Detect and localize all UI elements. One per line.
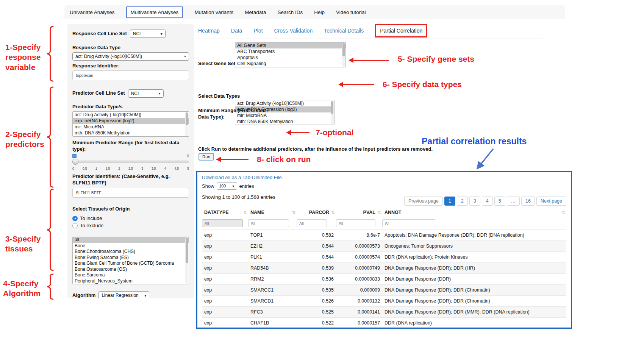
listbox-option[interactable]: Peripheral_Nervous_System <box>73 278 189 284</box>
page-number-button[interactable]: 4 <box>482 197 493 206</box>
cell-parcor: 0.536 <box>297 274 336 285</box>
predictor-data-types-listbox[interactable]: act: Drug Activity (-log10[IC50M]) exp: … <box>72 111 189 137</box>
tab[interactable]: Technical Details <box>324 28 364 34</box>
predictor-identifiers-input[interactable] <box>72 188 189 198</box>
tab[interactable]: Data <box>231 28 242 34</box>
listbox-option[interactable]: Apoptosis <box>235 55 345 61</box>
page-number-button[interactable]: 1 <box>444 197 455 206</box>
cell-parcor: 0.544 <box>297 241 336 252</box>
listbox-option[interactable]: Bone <box>73 243 189 249</box>
column-header-pval[interactable]: PVAL⇅ <box>336 207 382 218</box>
sort-icon[interactable]: ⇅ <box>292 210 295 215</box>
predictor-cell-line-set-select[interactable]: NCI ▾ <box>128 89 164 98</box>
scrollbar-thumb[interactable] <box>186 112 188 126</box>
page-number-button[interactable]: 2 <box>457 197 468 206</box>
scrollbar[interactable] <box>185 112 188 136</box>
slider-track[interactable] <box>72 161 189 163</box>
result-row[interactable]: exp RRM2 0.536 0.00000833 DNA Damage Res… <box>202 274 566 285</box>
result-row[interactable]: exp EZH2 0.544 0.00000573 Oncogenes; Tum… <box>202 241 566 252</box>
radio-unchecked-icon[interactable] <box>72 223 78 228</box>
response-identifier-input[interactable] <box>72 70 189 80</box>
result-row[interactable]: exp PLK1 0.544 0.00000574 DDR (DNA repli… <box>202 252 566 263</box>
sort-icon[interactable]: ⇅ <box>378 210 381 215</box>
filter-datatype[interactable] <box>202 219 243 227</box>
listbox-option[interactable]: mth: DNA 850K Methylation <box>73 130 189 136</box>
listbox-option[interactable]: Bone:Osteosarcoma (OS) <box>73 267 189 273</box>
listbox-option[interactable]: Cell Signaling <box>235 61 345 67</box>
scrollbar-thumb[interactable] <box>186 238 188 263</box>
result-row[interactable]: exp SMARCD1 0.526 0.0000132 DNA Damage R… <box>202 296 566 307</box>
min-predictor-range-slider[interactable]: 0 5 00.511.522.533.544.55 <box>72 154 189 171</box>
listbox-option[interactable]: Bone:Sarcoma <box>73 272 189 278</box>
page-number-button[interactable]: 16 <box>521 197 535 206</box>
column-header-annot[interactable]: ANNOT⇅ <box>382 207 566 218</box>
column-header-datatype[interactable]: DATATYPE⇅ <box>202 207 248 218</box>
sort-icon[interactable]: ⇅ <box>331 210 335 215</box>
algorithm-select[interactable]: Linear Regression ▾ <box>98 291 149 298</box>
scrollbar[interactable] <box>185 237 188 284</box>
filter-pval[interactable] <box>336 219 375 227</box>
nav-item[interactable]: Multivariate Analyses <box>126 6 183 18</box>
page-number-button[interactable]: … <box>507 197 520 206</box>
filter-parcor[interactable] <box>297 219 327 227</box>
scrollbar[interactable] <box>342 43 345 67</box>
response-data-type-select[interactable]: act: Drug Activity (-log10[IC50M]) ▾ <box>72 52 189 61</box>
page-length-select[interactable]: 100 ▾ <box>217 182 237 190</box>
result-row[interactable]: exp RFC3 0.525 0.0000141 DNA Damage Resp… <box>202 307 566 318</box>
tab[interactable]: Cross-Validation <box>274 28 313 34</box>
run-button[interactable]: Run <box>199 153 214 161</box>
column-header-parcor[interactable]: PARCOR⇅ <box>297 207 336 218</box>
listbox-option[interactable]: Bone:Giant Cell Tumor of Bone (GCTB) Sar… <box>73 261 189 267</box>
listbox-option[interactable]: mir: MicroRNA <box>73 124 189 130</box>
column-header-name[interactable]: NAME⇅ <box>248 207 297 218</box>
cell-name: CHAF1B <box>248 318 297 329</box>
result-row[interactable]: exp CHAF1B 0.522 0.0000157 DDR (DNA repl… <box>202 318 566 329</box>
chevron-down-icon: ▾ <box>161 32 163 36</box>
nav-item[interactable]: Univariate Analyses <box>70 9 115 15</box>
nav-item[interactable]: Metadata <box>245 9 266 15</box>
response-cell-line-set-select[interactable]: NCI ▾ <box>130 30 166 38</box>
listbox-option[interactable]: act: Drug Activity (-log10[IC50M]) <box>73 112 189 118</box>
next-page-button[interactable]: Next page <box>536 197 566 206</box>
result-row[interactable]: exp SMARCC1 0.535 0.000009 DNA Damage Re… <box>202 285 566 296</box>
nav-item[interactable]: Mutation variants <box>194 9 233 15</box>
filter-name[interactable] <box>248 219 289 227</box>
tab[interactable]: Heatmap <box>198 28 220 34</box>
page-number-button[interactable]: 3 <box>469 197 480 206</box>
nav-item[interactable]: Search IDs <box>277 9 303 15</box>
annotation-step7: 7-optional <box>316 128 353 137</box>
radio-checked-icon[interactable] <box>72 216 78 221</box>
result-row[interactable]: exp TOP1 0.582 8.6e-7 Apoptosis; DNA Dam… <box>202 230 566 241</box>
nav-item[interactable]: Help <box>314 9 325 15</box>
scrollbar-thumb[interactable] <box>331 101 333 114</box>
chevron-down-icon: ▾ <box>233 184 234 188</box>
scrollbar-thumb[interactable] <box>342 43 345 56</box>
tissues-options: all Bone Bone:Chondrosarcoma (CHS) Bone:… <box>73 237 189 284</box>
listbox-option[interactable]: all <box>73 237 189 243</box>
scrollbar[interactable] <box>331 101 334 124</box>
gene-sets-listbox[interactable]: All Gene Sets ABC Transporters Apoptosis… <box>235 42 346 67</box>
listbox-option[interactable]: All Gene Sets <box>235 42 345 48</box>
result-row[interactable]: exp RAD54B 0.539 0.00000749 DNA Damage R… <box>202 263 566 274</box>
filter-annot[interactable] <box>382 219 435 227</box>
tissues-listbox[interactable]: all Bone Bone:Chondrosarcoma (CHS) Bone:… <box>72 237 189 284</box>
sort-icon[interactable]: ⇅ <box>244 210 247 215</box>
slider-handle[interactable] <box>72 159 78 165</box>
page-number-button[interactable]: 5 <box>494 197 505 206</box>
app-screen: Univariate Analyses Multivariate Analyse… <box>0 0 644 362</box>
tissue-exclude-radio[interactable]: To exclude <box>72 222 189 229</box>
listbox-option[interactable]: exp: mRNA Expression (log2) <box>73 118 189 124</box>
previous-page-button[interactable]: Previous page <box>404 197 443 206</box>
listbox-option[interactable]: ABC Transporters <box>235 48 345 55</box>
annotation-step8: 8- click on run <box>257 154 311 164</box>
nav-item[interactable]: Video tutorial <box>336 9 366 15</box>
listbox-option[interactable]: act: Drug Activity (-log10[IC50M]) <box>235 100 334 106</box>
tab[interactable]: Partial Correlation <box>375 24 427 37</box>
listbox-option[interactable]: Bone:Chondrosarcoma (CHS) <box>73 249 189 255</box>
tissue-include-radio[interactable]: To include <box>72 215 189 222</box>
sort-icon[interactable]: ⇅ <box>562 210 565 215</box>
download-link[interactable]: Download All as a Tab-Delimited File <box>202 175 282 180</box>
tab[interactable]: Plot <box>253 28 263 34</box>
listbox-option[interactable]: Bone:Ewing Sarcoma (ES) <box>73 255 189 261</box>
entries-label: entries <box>239 183 254 189</box>
